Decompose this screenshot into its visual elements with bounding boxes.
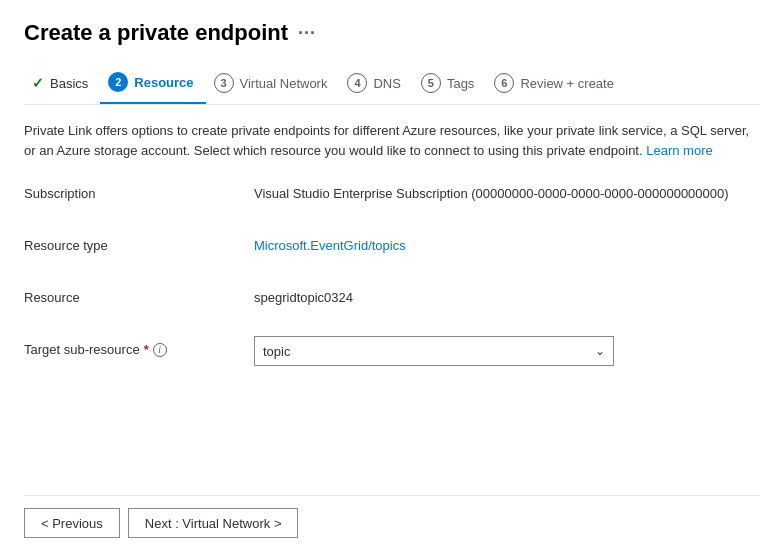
next-button[interactable]: Next : Virtual Network > [128,508,299,538]
content-area: Private Link offers options to create pr… [24,121,760,495]
step-dns[interactable]: 4 DNS [339,65,412,103]
step-tags-circle: 5 [421,73,441,93]
step-tags[interactable]: 5 Tags [413,65,486,103]
chevron-down-icon: ⌄ [595,344,605,358]
step-virtual-network-label: Virtual Network [240,76,328,91]
step-basics[interactable]: ✓ Basics [24,67,100,101]
previous-button[interactable]: < Previous [24,508,120,538]
subscription-row: Subscription Visual Studio Enterprise Su… [24,180,760,212]
target-sub-resource-dropdown[interactable]: topic ⌄ [254,336,614,366]
page-container: Create a private endpoint ··· ✓ Basics 2… [0,0,784,550]
step-dns-label: DNS [373,76,400,91]
subscription-value: Visual Studio Enterprise Subscription (0… [254,180,760,201]
step-virtual-network[interactable]: 3 Virtual Network [206,65,340,103]
target-sub-resource-label: Target sub-resource * i [24,336,254,357]
resource-type-row: Resource type Microsoft.EventGrid/topics [24,232,760,264]
step-resource-circle: 2 [108,72,128,92]
wizard-steps: ✓ Basics 2 Resource 3 Virtual Network 4 … [24,64,760,105]
step-review-create-circle: 6 [494,73,514,93]
resource-label: Resource [24,284,254,305]
ellipsis-menu-icon[interactable]: ··· [298,23,316,44]
step-basics-check-icon: ✓ [32,75,44,91]
learn-more-link[interactable]: Learn more [646,143,712,158]
step-dns-circle: 4 [347,73,367,93]
description-main: Private Link offers options to create pr… [24,123,749,158]
step-review-create[interactable]: 6 Review + create [486,65,626,103]
step-resource[interactable]: 2 Resource [100,64,205,104]
resource-value: spegridtopic0324 [254,284,760,305]
resource-row: Resource spegridtopic0324 [24,284,760,316]
description-text: Private Link offers options to create pr… [24,121,760,160]
page-title: Create a private endpoint [24,20,288,46]
required-star: * [144,342,149,357]
info-icon[interactable]: i [153,343,167,357]
resource-type-value: Microsoft.EventGrid/topics [254,232,760,253]
step-tags-label: Tags [447,76,474,91]
footer: < Previous Next : Virtual Network > [24,495,760,550]
page-title-row: Create a private endpoint ··· [24,20,760,46]
step-resource-label: Resource [134,75,193,90]
target-sub-resource-dropdown-value: topic [263,344,290,359]
resource-type-label: Resource type [24,232,254,253]
step-review-create-label: Review + create [520,76,614,91]
target-sub-resource-row: Target sub-resource * i topic ⌄ [24,336,760,368]
step-virtual-network-circle: 3 [214,73,234,93]
subscription-label: Subscription [24,180,254,201]
step-basics-label: Basics [50,76,88,91]
